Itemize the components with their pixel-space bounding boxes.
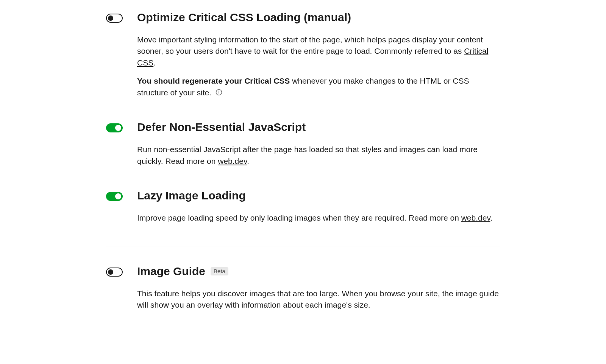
setting-description: Move important styling information to th… xyxy=(137,34,500,68)
settings-container: Optimize Critical CSS Loading (manual) M… xyxy=(98,11,508,311)
setting-title-critical-css: Optimize Critical CSS Loading (manual) xyxy=(137,11,500,24)
content-column: Optimize Critical CSS Loading (manual) M… xyxy=(137,11,500,98)
title-text: Optimize Critical CSS Loading (manual) xyxy=(137,11,351,24)
toggle-column xyxy=(106,264,123,277)
toggle-lazy-images[interactable] xyxy=(106,192,123,201)
info-icon[interactable] xyxy=(215,89,223,96)
title-text: Image Guide xyxy=(137,264,205,278)
setting-description: This feature helps you discover images t… xyxy=(137,288,500,311)
setting-note: You should regenerate your Critical CSS … xyxy=(137,75,500,98)
setting-description: Run non-essential JavaScript after the p… xyxy=(137,144,500,167)
toggle-critical-css[interactable] xyxy=(106,14,123,23)
toggle-column xyxy=(106,11,123,23)
setting-description: Improve page loading speed by only loadi… xyxy=(137,212,500,224)
beta-badge: Beta xyxy=(211,267,228,275)
toggle-image-guide[interactable] xyxy=(106,268,123,277)
link-webdev-defer[interactable]: web.dev xyxy=(218,157,247,165)
desc-post: . xyxy=(247,157,249,165)
toggle-knob xyxy=(108,16,113,21)
setting-title-defer-js: Defer Non-Essential JavaScript xyxy=(137,120,500,134)
desc-pre: Improve page loading speed by only loadi… xyxy=(137,213,461,222)
desc-pre: Run non-essential JavaScript after the p… xyxy=(137,145,478,165)
toggle-column xyxy=(106,120,123,132)
setting-title-lazy-images: Lazy Image Loading xyxy=(137,189,500,202)
toggle-defer-js[interactable] xyxy=(106,123,123,132)
note-strong: You should regenerate your Critical CSS xyxy=(137,76,290,85)
link-webdev-lazy[interactable]: web.dev xyxy=(461,213,490,222)
toggle-column xyxy=(106,189,123,201)
title-text: Lazy Image Loading xyxy=(137,189,246,202)
setting-image-guide: Image Guide Beta This feature helps you … xyxy=(106,246,500,311)
setting-lazy-images: Lazy Image Loading Improve page loading … xyxy=(106,189,500,224)
toggle-knob xyxy=(115,193,121,199)
desc-post: . xyxy=(490,213,492,222)
toggle-knob xyxy=(108,269,113,275)
desc-pre: Move important styling information to th… xyxy=(137,35,483,55)
desc-post: . xyxy=(153,58,156,67)
setting-critical-css: Optimize Critical CSS Loading (manual) M… xyxy=(106,11,500,98)
setting-defer-js: Defer Non-Essential JavaScript Run non-e… xyxy=(106,120,500,167)
svg-point-2 xyxy=(219,91,219,91)
content-column: Lazy Image Loading Improve page loading … xyxy=(137,189,500,224)
content-column: Image Guide Beta This feature helps you … xyxy=(137,264,500,311)
title-text: Defer Non-Essential JavaScript xyxy=(137,120,306,134)
content-column: Defer Non-Essential JavaScript Run non-e… xyxy=(137,120,500,167)
toggle-knob xyxy=(115,125,121,131)
setting-title-image-guide: Image Guide Beta xyxy=(137,264,500,278)
